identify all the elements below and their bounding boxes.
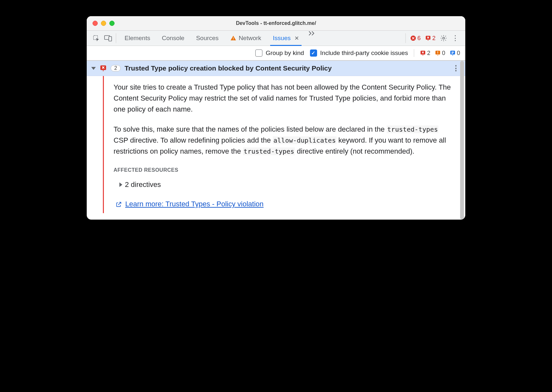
count-value: 2 — [427, 50, 430, 57]
code-snippet: allow-duplicates — [273, 136, 337, 144]
code-snippet: trusted-types — [387, 125, 439, 133]
issue-occurrence-count: 2 — [111, 65, 121, 71]
tab-label: Issues — [273, 35, 291, 42]
expand-icon — [119, 182, 122, 187]
issues-filter-bar: Group by kind Include third-party cookie… — [87, 46, 465, 61]
svg-rect-2 — [109, 37, 112, 41]
count-value: 0 — [457, 50, 460, 57]
svg-rect-14 — [451, 52, 454, 53]
svg-rect-3 — [233, 38, 234, 39]
issues-count[interactable]: 2 — [425, 35, 436, 42]
settings-icon[interactable] — [440, 35, 447, 42]
tab-sources[interactable]: Sources — [190, 31, 225, 46]
text: CSP directive. To allow redefining polic… — [114, 136, 273, 144]
checkbox-label: Group by kind — [266, 49, 304, 57]
info-flag-icon — [450, 50, 456, 56]
code-snippet: trusted-types — [243, 147, 295, 155]
issues-pane: 2 Trusted Type policy creation blocked b… — [87, 61, 465, 220]
tab-label: Network — [239, 35, 261, 42]
scrollbar-thumb[interactable] — [460, 61, 464, 220]
svg-rect-15 — [451, 53, 453, 54]
window-minimize-button[interactable] — [101, 21, 106, 26]
devtools-window: DevTools - tt-enforced.glitch.me/ Elemen… — [87, 16, 465, 220]
issue-title: Trusted Type policy creation blocked by … — [125, 64, 447, 72]
collapse-icon — [91, 67, 96, 70]
issue-severity-counts: 2 0 0 — [420, 50, 460, 57]
device-toolbar-icon[interactable] — [104, 35, 112, 41]
issue-header[interactable]: 2 Trusted Type policy creation blocked b… — [87, 61, 465, 76]
checkbox-label: Include third-party cookie issues — [320, 49, 408, 57]
tab-console[interactable]: Console — [156, 31, 190, 46]
learn-more-text: Learn more: Trusted Types - Policy viola… — [125, 199, 264, 210]
info-filter[interactable]: 0 — [450, 50, 460, 57]
svg-rect-11 — [437, 54, 438, 54]
tab-label: Elements — [125, 35, 150, 42]
checkbox-checked-icon — [310, 49, 317, 57]
window-close-button[interactable] — [93, 21, 98, 26]
issue-body: Your site tries to create a Trusted Type… — [103, 76, 465, 213]
svg-point-7 — [443, 37, 445, 39]
inspect-element-icon[interactable] — [93, 35, 100, 42]
tab-elements[interactable]: Elements — [119, 31, 156, 46]
count-value: 0 — [442, 50, 445, 57]
external-link-icon — [116, 201, 122, 208]
kebab-menu-icon[interactable]: ⋮ — [452, 35, 459, 42]
warning-flag-icon — [435, 50, 441, 56]
tabs: Elements Console Sources Network Issues … — [116, 31, 405, 46]
warnings-filter[interactable]: 0 — [435, 50, 445, 57]
traffic-lights — [93, 21, 115, 26]
tab-label: Console — [162, 35, 184, 42]
error-circle-icon — [410, 35, 416, 41]
issues-count-value: 2 — [432, 35, 436, 42]
close-icon[interactable]: ✕ — [294, 35, 299, 42]
error-count[interactable]: 6 — [410, 35, 421, 42]
panel-tabstrip: Elements Console Sources Network Issues … — [87, 31, 465, 46]
issue-flag-icon — [425, 35, 431, 41]
window-maximize-button[interactable] — [109, 21, 115, 26]
svg-rect-10 — [437, 51, 438, 53]
error-count-value: 6 — [417, 35, 421, 42]
text: directive entirely (not recommended). — [295, 147, 414, 155]
window-title: DevTools - tt-enforced.glitch.me/ — [87, 20, 465, 26]
group-by-kind-checkbox[interactable]: Group by kind — [255, 49, 304, 57]
text: To solve this, make sure that the names … — [114, 125, 387, 133]
divider — [414, 49, 414, 57]
warning-icon — [230, 35, 236, 41]
more-tabs-button[interactable] — [305, 31, 318, 46]
include-third-party-checkbox[interactable]: Include third-party cookie issues — [310, 49, 408, 57]
titlebar: DevTools - tt-enforced.glitch.me/ — [87, 16, 465, 31]
scrollbar[interactable] — [459, 61, 465, 220]
tab-label: Sources — [196, 35, 219, 42]
tab-issues[interactable]: Issues ✕ — [267, 31, 305, 46]
issue-description-paragraph: Your site tries to create a Trusted Type… — [114, 82, 452, 115]
affected-resources-label: AFFECTED RESOURCES — [114, 166, 452, 174]
affected-directives-row[interactable]: 2 directives — [119, 179, 452, 190]
issue-description-paragraph: To solve this, make sure that the names … — [114, 124, 452, 157]
error-flag-icon — [420, 50, 426, 56]
learn-more-link[interactable]: Learn more: Trusted Types - Policy viola… — [116, 199, 452, 210]
error-flag-icon — [100, 65, 107, 72]
directives-count-label: 2 directives — [125, 179, 161, 190]
svg-rect-4 — [233, 39, 234, 40]
errors-filter[interactable]: 2 — [420, 50, 430, 57]
tab-network[interactable]: Network — [225, 31, 267, 46]
checkbox-icon — [255, 49, 262, 57]
svg-rect-13 — [451, 52, 454, 52]
